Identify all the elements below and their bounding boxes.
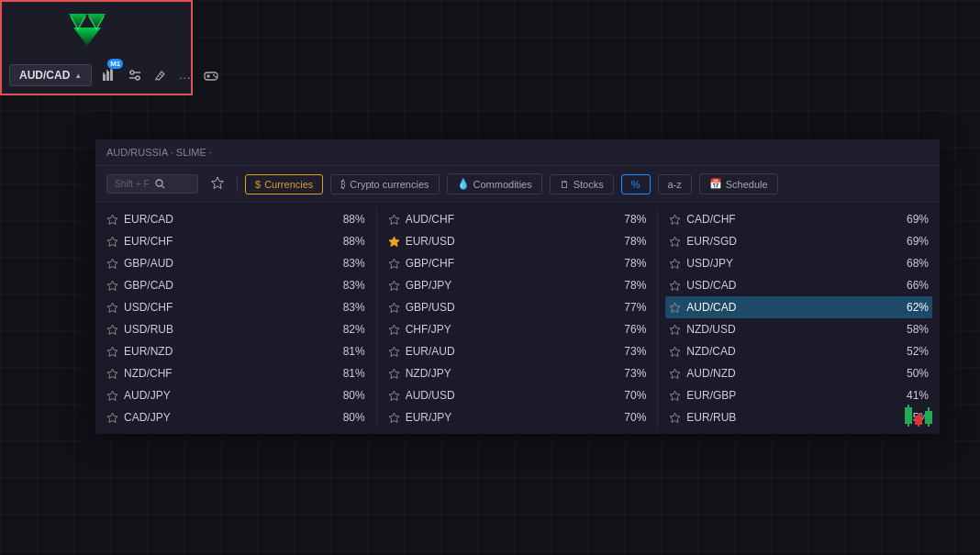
table-row[interactable]: EUR/CHF 88% — [103, 230, 369, 252]
timeframe-container: M1 — [97, 64, 119, 86]
wick-bottom — [928, 424, 930, 427]
star-icon — [669, 302, 681, 314]
currency-pct: 77% — [614, 301, 646, 314]
more-button[interactable]: ... — [175, 64, 195, 86]
table-row[interactable]: GBP/USD 77% — [384, 296, 651, 318]
star-icon — [106, 302, 118, 314]
logo-area — [2, 2, 191, 57]
tab-schedule[interactable]: 📅 Schedule — [699, 173, 778, 194]
table-row[interactable]: AUD/NZD 50% — [665, 362, 932, 384]
star-icon — [388, 236, 400, 248]
currency-pct: 83% — [333, 257, 365, 270]
table-row[interactable]: NZD/JPY 73% — [384, 362, 651, 384]
star-icon — [388, 368, 400, 380]
currency-name: NZD/CAD — [686, 345, 891, 358]
star-icon — [669, 236, 681, 248]
table-row[interactable]: EUR/USD 78% — [384, 230, 651, 252]
timeframe-badge[interactable]: M1 — [107, 59, 123, 69]
star-icon — [106, 346, 118, 358]
table-row[interactable]: EUR/SGD 69% — [665, 230, 932, 252]
table-row[interactable]: CAD/CHF 69% — [665, 208, 932, 230]
game-button[interactable] — [200, 64, 222, 86]
currencies-icon: $ — [255, 179, 261, 190]
tab-crypto[interactable]: ₿ Crypto currencies — [330, 174, 439, 194]
currency-pct: 78% — [614, 257, 646, 270]
stocks-label: Stocks — [574, 179, 604, 190]
svg-line-13 — [160, 73, 162, 76]
crypto-icon: ₿ — [340, 179, 346, 190]
table-col-3: CAD/CHF 69% EUR/SGD 69% USD/JPY 68% — [658, 208, 940, 428]
table-row[interactable]: EUR/NZD 81% — [103, 340, 369, 362]
currency-pct: 78% — [614, 235, 646, 248]
currency-table: EUR/CAD 88% EUR/CHF 88% GBP/AUD 83% — [95, 203, 940, 434]
table-row[interactable]: GBP/CHF 78% — [384, 252, 651, 274]
table-row[interactable]: CHF/JPY 76% — [384, 318, 651, 340]
star-icon — [669, 258, 681, 270]
currency-name: AUD/NZD — [686, 367, 891, 380]
symbol-button[interactable]: AUD/CAD ▲ — [9, 64, 92, 86]
table-row[interactable]: EUR/RUB 35% — [665, 406, 932, 428]
svg-marker-45 — [670, 281, 680, 291]
symbol-label: AUD/CAD — [19, 69, 70, 82]
table-row[interactable]: AUD/USD 70% — [384, 384, 651, 406]
tab-commodities[interactable]: 💧 EUR/CAD Commodities — [447, 173, 542, 194]
star-icon — [388, 324, 400, 336]
currency-pct: 82% — [333, 323, 365, 336]
candle-red — [915, 414, 922, 427]
candle-indicators — [905, 405, 932, 427]
table-row[interactable]: EUR/GBP 41% — [665, 384, 932, 406]
table-row[interactable]: USD/CHF 83% — [103, 296, 369, 318]
star-icon — [211, 176, 224, 189]
tab-stocks[interactable]: 🗒 Stocks — [550, 174, 614, 194]
star-icon — [388, 258, 400, 270]
currency-name: EUR/USD — [406, 235, 609, 248]
table-row[interactable]: GBP/JPY 78% — [384, 274, 651, 296]
symbol-arrow: ▲ — [74, 72, 82, 80]
search-box[interactable]: Shift + F — [106, 174, 198, 194]
tab-currencies[interactable]: $ Currencies — [245, 174, 323, 194]
currency-name: GBP/JPY — [406, 279, 609, 292]
star-icon — [106, 412, 118, 424]
currency-name: EUR/CHF — [124, 235, 328, 248]
svg-rect-3 — [103, 74, 106, 81]
star-icon — [106, 280, 118, 292]
draw-button[interactable] — [150, 64, 170, 86]
tab-percent[interactable]: % — [621, 174, 651, 194]
svg-marker-44 — [670, 259, 680, 269]
currency-pct: 52% — [896, 345, 929, 358]
table-row[interactable]: CAD/JPY 80% — [103, 406, 369, 428]
svg-marker-30 — [107, 391, 117, 401]
table-row[interactable]: USD/CAD 66% — [665, 274, 932, 296]
search-icon — [155, 179, 165, 189]
table-row-selected[interactable]: AUD/CAD 62% — [665, 296, 932, 318]
table-row[interactable]: USD/RUB 82% — [103, 318, 369, 340]
table-row[interactable]: NZD/CHF 81% — [103, 362, 369, 384]
table-row[interactable]: USD/JPY 68% — [665, 252, 932, 274]
crypto-label: Crypto currencies — [350, 179, 429, 190]
svg-point-10 — [130, 71, 134, 74]
currency-pct: 81% — [333, 367, 365, 380]
star-icon — [388, 346, 400, 358]
table-row[interactable]: EUR/JPY 70% — [384, 406, 651, 428]
wick-bottom — [908, 424, 909, 427]
table-row[interactable]: AUD/JPY 80% — [103, 384, 369, 406]
table-row[interactable]: NZD/USD 58% — [665, 318, 932, 340]
currency-pct: 69% — [896, 213, 929, 226]
svg-marker-28 — [107, 347, 117, 357]
currencies-label: Currencies — [264, 179, 313, 190]
svg-marker-40 — [389, 391, 399, 401]
currency-name: CHF/JPY — [406, 323, 609, 336]
filter-button[interactable] — [125, 64, 145, 86]
tab-az[interactable]: a-z — [658, 174, 692, 194]
currency-name: EUR/SGD — [686, 235, 891, 248]
currency-pct: 70% — [614, 389, 646, 402]
table-row[interactable]: GBP/AUD 83% — [103, 252, 369, 274]
svg-marker-35 — [389, 281, 399, 291]
star-icon — [669, 368, 681, 380]
favorites-button[interactable] — [206, 174, 229, 194]
table-row[interactable]: GBP/CAD 83% — [103, 274, 369, 296]
table-row[interactable]: AUD/CHF 78% — [384, 208, 651, 230]
table-row[interactable]: EUR/CAD 88% — [103, 208, 369, 230]
table-row[interactable]: NZD/CAD 52% — [665, 340, 932, 362]
table-row[interactable]: EUR/AUD 73% — [384, 340, 651, 362]
